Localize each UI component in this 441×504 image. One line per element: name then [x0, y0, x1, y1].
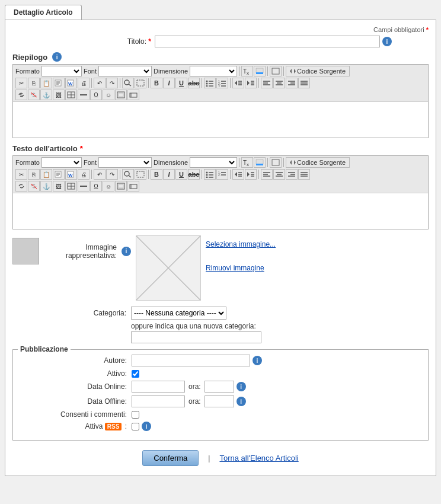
paste-word-btn-t[interactable]: W	[65, 169, 77, 180]
font-select-t[interactable]	[98, 157, 152, 168]
underline-btn-t[interactable]: U	[175, 169, 187, 180]
tx-btn-r[interactable]: Tx	[241, 66, 253, 76]
find-btn-r[interactable]	[122, 78, 134, 88]
iframe-btn-t[interactable]	[115, 181, 127, 192]
strike-btn-t[interactable]: abc	[188, 169, 200, 180]
bold-btn-t[interactable]: B	[151, 169, 162, 180]
extra1-btn-t[interactable]	[127, 181, 139, 192]
codice-btn-t[interactable]: Codice Sorgente	[286, 157, 350, 168]
immagine-info-icon[interactable]: i	[122, 247, 131, 256]
table-btn-r[interactable]	[65, 90, 77, 100]
paste-plain-btn-t[interactable]	[53, 169, 65, 180]
smiley-btn-t[interactable]: ☺	[103, 181, 114, 192]
color-btn-t[interactable]	[254, 157, 266, 168]
table-btn-t[interactable]	[65, 181, 77, 192]
align-right-btn-t[interactable]	[286, 169, 298, 180]
redo-btn-t[interactable]: ↷	[106, 169, 118, 180]
align-right-btn-r[interactable]	[286, 78, 298, 88]
ul-btn-r[interactable]	[204, 78, 216, 88]
indent-btn-t[interactable]	[245, 169, 257, 180]
paste-word-btn-r[interactable]: W	[65, 78, 77, 88]
copy-btn-r[interactable]: ⎘	[28, 78, 40, 88]
commenti-checkbox[interactable]	[132, 411, 139, 419]
unlink-btn-t[interactable]	[28, 181, 40, 192]
select-image-link[interactable]: Seleziona immagine...	[206, 240, 276, 248]
expand-btn-r[interactable]	[270, 66, 282, 76]
extra1-btn-r[interactable]	[127, 90, 139, 100]
tx-btn-t[interactable]: Tx	[241, 157, 253, 168]
formato-select-t[interactable]	[41, 157, 82, 168]
link-btn-t[interactable]	[15, 181, 27, 192]
rss-checkbox[interactable]	[132, 423, 139, 430]
cut-btn-t[interactable]: ✂	[15, 169, 27, 180]
riepilogo-info-icon[interactable]: i	[52, 52, 62, 62]
strike-btn-r[interactable]: abc	[188, 78, 200, 88]
cut-btn-r[interactable]: ✂	[15, 78, 27, 88]
data-online-info-icon[interactable]: i	[237, 382, 246, 391]
dim-select-r[interactable]	[190, 66, 237, 76]
author-info-icon[interactable]: i	[253, 356, 262, 365]
font-select-r[interactable]	[98, 66, 152, 76]
underline-btn-r[interactable]: U	[175, 78, 187, 88]
bold-btn-r[interactable]: B	[151, 78, 162, 88]
image-btn-r[interactable]: 🖼	[53, 90, 65, 100]
hr-btn-r[interactable]	[78, 90, 90, 100]
paste-plain-btn-r[interactable]	[53, 78, 65, 88]
color-btn-r[interactable]	[254, 66, 266, 76]
link-btn-r[interactable]	[15, 90, 27, 100]
ul-btn-t[interactable]	[204, 169, 216, 180]
data-online-input[interactable]	[132, 381, 185, 393]
title-input[interactable]	[155, 36, 380, 47]
align-center-btn-r[interactable]	[273, 78, 285, 88]
unlink-btn-r[interactable]	[28, 90, 40, 100]
ora-online-input[interactable]: 12:00	[204, 381, 234, 393]
ol-btn-t[interactable]: 1.2.	[216, 169, 228, 180]
align-left-btn-t[interactable]	[261, 169, 273, 180]
align-left-btn-r[interactable]	[261, 78, 273, 88]
codice-btn-r[interactable]: Codice Sorgente	[286, 66, 350, 76]
select-all-btn-t[interactable]	[135, 169, 146, 180]
rss-info-icon[interactable]: i	[142, 422, 151, 431]
smiley-btn-r[interactable]: ☺	[103, 90, 114, 100]
redo-btn-r[interactable]: ↷	[106, 78, 118, 88]
confirm-button[interactable]: Conferma	[142, 450, 199, 466]
select-all-btn-r[interactable]	[135, 78, 146, 88]
attivo-checkbox[interactable]	[132, 370, 139, 378]
remove-image-link[interactable]: Rimuovi immagine	[206, 264, 276, 272]
paste-btn-r[interactable]: 📋	[40, 78, 52, 88]
print-btn-r[interactable]: 🖨	[78, 78, 90, 88]
data-offline-info-icon[interactable]: i	[237, 397, 246, 406]
undo-btn-t[interactable]: ↶	[94, 169, 106, 180]
data-offline-input[interactable]	[132, 395, 185, 407]
expand-btn-t[interactable]	[270, 157, 282, 168]
specialchar-btn-r[interactable]: Ω	[90, 90, 102, 100]
undo-btn-r[interactable]: ↶	[94, 78, 106, 88]
dim-select-t[interactable]	[190, 157, 237, 168]
title-info-icon[interactable]: i	[382, 37, 392, 46]
author-input[interactable]	[132, 355, 250, 366]
paste-btn-t[interactable]: 📋	[40, 169, 52, 180]
riepilogo-editor-body[interactable]	[13, 102, 428, 138]
formato-select-r[interactable]	[41, 66, 82, 76]
ora-offline-input[interactable]: 00:00	[204, 395, 234, 407]
ol-btn-r[interactable]: 1.2.3.	[216, 78, 228, 88]
image-btn-t[interactable]: 🖼	[53, 181, 65, 192]
category-select[interactable]: ---- Nessuna categoria ----	[131, 307, 226, 320]
anchor-btn-t[interactable]: ⚓	[40, 181, 52, 192]
align-center-btn-t[interactable]	[273, 169, 285, 180]
outdent-btn-r[interactable]	[232, 78, 244, 88]
find-btn-t[interactable]	[122, 169, 134, 180]
specialchar-btn-t[interactable]: Ω	[90, 181, 102, 192]
indent-btn-r[interactable]	[245, 78, 257, 88]
italic-btn-t[interactable]: I	[163, 169, 175, 180]
copy-btn-t[interactable]: ⎘	[28, 169, 40, 180]
print-btn-t[interactable]: 🖨	[78, 169, 90, 180]
new-category-input[interactable]	[131, 331, 261, 343]
hr-btn-t[interactable]	[78, 181, 90, 192]
align-justify-btn-r[interactable]	[298, 78, 310, 88]
outdent-btn-t[interactable]	[232, 169, 244, 180]
dettaglio-articolo-tab[interactable]: Dettaglio Articolo	[5, 5, 82, 20]
testo-editor-body[interactable]	[13, 193, 428, 229]
italic-btn-r[interactable]: I	[163, 78, 175, 88]
align-justify-btn-t[interactable]	[298, 169, 310, 180]
